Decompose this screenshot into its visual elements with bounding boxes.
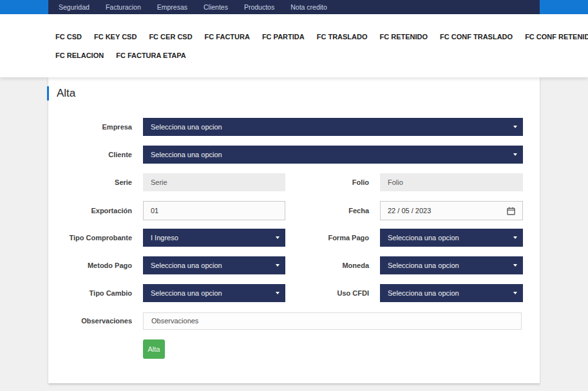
tipo-cambio-select[interactable]: Selecciona una opcion: [143, 284, 285, 302]
chevron-down-icon: [513, 153, 517, 156]
observaciones-input[interactable]: [143, 312, 522, 330]
chevron-down-icon: [513, 126, 517, 128]
form-card: Alta Empresa Selecciona una opcion Clien…: [48, 77, 540, 383]
metodo-pago-value: Selecciona una opcion: [151, 262, 222, 269]
subnav-fc-retenido[interactable]: FC RETENIDO: [380, 33, 428, 41]
metodo-pago-select[interactable]: Selecciona una opcion: [143, 256, 285, 274]
module-nav: FC CSD FC KEY CSD FC CER CSD FC FACTURA …: [48, 14, 540, 64]
nav-item-productos[interactable]: Productos: [240, 3, 278, 11]
row-empresa: Empresa Selecciona una opcion: [48, 118, 540, 136]
nav-item-facturacion[interactable]: Facturacion: [102, 3, 145, 11]
nav-item-clientes[interactable]: Clientes: [200, 3, 232, 11]
row-cliente: Cliente Selecciona una opcion: [48, 146, 540, 164]
row-observaciones: Observaciones: [48, 312, 540, 330]
exportacion-input[interactable]: [143, 201, 285, 220]
moneda-value: Selecciona una opcion: [388, 262, 459, 269]
fecha-date-input[interactable]: 22 / 05 / 2023: [380, 201, 523, 220]
nav-item-seguridad[interactable]: Seguridad: [55, 3, 93, 11]
chevron-down-icon: [276, 264, 280, 267]
uso-cfdi-select[interactable]: Selecciona una opcion: [380, 284, 523, 302]
row-tipocomprobante-formapago: Tipo Comprobante I Ingreso Forma Pago Se…: [48, 229, 540, 247]
top-bar: Seguridad Facturacion Empresas Clientes …: [0, 0, 588, 14]
forma-pago-select[interactable]: Selecciona una opcion: [380, 229, 523, 247]
page-background: Alta Empresa Selecciona una opcion Clien…: [0, 77, 588, 391]
module-header: FC CSD FC KEY CSD FC CER CSD FC FACTURA …: [0, 14, 588, 77]
exportacion-label: Exportación: [48, 207, 143, 215]
chevron-down-icon: [276, 236, 280, 239]
moneda-label: Moneda: [285, 262, 380, 269]
row-tipocambio-usocfdi: Tipo Cambio Selecciona una opcion Uso CF…: [48, 284, 540, 302]
cliente-select[interactable]: Selecciona una opcion: [143, 146, 523, 164]
subnav-fc-traslado[interactable]: FC TRASLADO: [317, 33, 368, 41]
tipo-cambio-label: Tipo Cambio: [48, 289, 143, 297]
metodo-pago-label: Metodo Pago: [48, 262, 143, 269]
cliente-select-value: Selecciona una opcion: [151, 151, 222, 158]
module-nav-row-2: FC RELACION FC FACTURA ETAPA: [55, 46, 540, 64]
subnav-fc-conf-traslado[interactable]: FC CONF TRASLADO: [440, 33, 513, 41]
tipo-comprobante-select[interactable]: I Ingreso: [143, 229, 285, 247]
nav-item-nota-credito[interactable]: Nota credito: [287, 3, 331, 11]
uso-cfdi-label: Uso CFDI: [285, 289, 380, 297]
uso-cfdi-value: Selecciona una opcion: [388, 289, 459, 297]
subnav-fc-relacion[interactable]: FC RELACION: [55, 52, 104, 59]
tipo-comprobante-label: Tipo Comprobante: [48, 234, 143, 242]
page-title: Alta: [47, 86, 540, 100]
folio-input[interactable]: [380, 173, 523, 191]
alta-submit-button[interactable]: Alta: [143, 339, 165, 359]
serie-input[interactable]: [143, 173, 285, 191]
row-exportacion-fecha: Exportación Fecha 22 / 05 / 2023: [48, 201, 540, 220]
subnav-fc-key-csd[interactable]: FC KEY CSD: [94, 33, 137, 41]
tipo-comprobante-value: I Ingreso: [151, 234, 178, 242]
forma-pago-label: Forma Pago: [285, 234, 380, 242]
subnav-fc-cer-csd[interactable]: FC CER CSD: [149, 33, 192, 41]
forma-pago-value: Selecciona una opcion: [388, 234, 459, 242]
observaciones-label: Observaciones: [48, 317, 143, 325]
fecha-value: 22 / 05 / 2023: [388, 207, 431, 215]
subnav-fc-conf-retenido[interactable]: FC CONF RETENIDO: [525, 33, 588, 41]
fecha-label: Fecha: [285, 207, 380, 215]
row-metodopago-moneda: Metodo Pago Selecciona una opcion Moneda…: [48, 256, 540, 274]
subnav-fc-csd[interactable]: FC CSD: [55, 33, 82, 41]
tipo-cambio-value: Selecciona una opcion: [151, 289, 222, 297]
chevron-down-icon: [513, 292, 517, 294]
chevron-down-icon: [513, 264, 517, 267]
subnav-fc-partida[interactable]: FC PARTIDA: [262, 33, 305, 41]
subnav-fc-factura[interactable]: FC FACTURA: [205, 33, 250, 41]
cliente-label: Cliente: [48, 151, 143, 158]
module-nav-row-1: FC CSD FC KEY CSD FC CER CSD FC FACTURA …: [55, 27, 540, 46]
empresa-select[interactable]: Selecciona una opcion: [143, 118, 523, 136]
empresa-select-value: Selecciona una opcion: [151, 123, 222, 131]
row-serie-folio: Serie Folio: [48, 173, 540, 191]
top-navbar: Seguridad Facturacion Empresas Clientes …: [48, 0, 540, 14]
subnav-fc-factura-etapa[interactable]: FC FACTURA ETAPA: [116, 52, 186, 59]
row-submit: Alta: [48, 339, 540, 359]
nav-item-empresas[interactable]: Empresas: [153, 3, 191, 11]
serie-label: Serie: [48, 178, 143, 186]
calendar-icon: [507, 207, 515, 215]
folio-label: Folio: [285, 178, 380, 186]
alta-form: Empresa Selecciona una opcion Cliente Se…: [48, 118, 540, 359]
chevron-down-icon: [513, 236, 517, 239]
chevron-down-icon: [276, 292, 280, 294]
moneda-select[interactable]: Selecciona una opcion: [380, 256, 523, 274]
empresa-label: Empresa: [48, 123, 143, 131]
